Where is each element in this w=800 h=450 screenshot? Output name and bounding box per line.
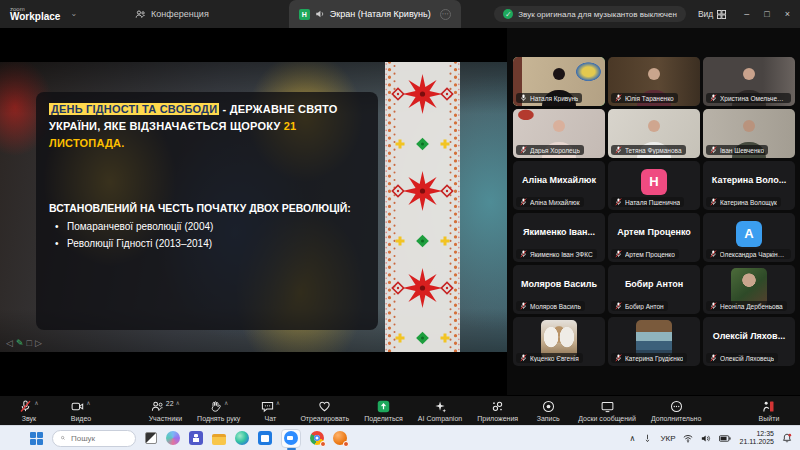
date-display: 21.11.2025 (739, 438, 774, 446)
search-input[interactable] (69, 433, 127, 444)
zoom-app-active-icon[interactable] (281, 429, 301, 448)
tab-conference[interactable]: Конференция (125, 0, 219, 28)
file-explorer-icon[interactable] (212, 434, 226, 445)
slide-bullet-list: Помаранчевої революції (2004) Революції … (55, 221, 365, 249)
raise-hand-chevron[interactable]: ∧ (224, 400, 228, 406)
participant-label: Катерина Грудієнко (611, 353, 687, 363)
notification-badge (320, 441, 326, 447)
chat-button[interactable]: ∧ Чат (255, 400, 285, 422)
ai-companion-button[interactable]: AI Companion (418, 400, 462, 422)
clock[interactable]: 12:35 21.11.2025 (739, 430, 774, 447)
teams-icon[interactable] (189, 431, 203, 445)
tab-conference-label: Конференция (151, 9, 209, 19)
participant-label: Артем Проценко (611, 249, 679, 259)
slide-heading: ВСТАНОВЛЕНИЙ НА ЧЕСТЬ ПОЧАТКУ ДВОХ РЕВОЛ… (49, 202, 365, 214)
mic-muted-icon (710, 198, 717, 206)
video-button[interactable]: ∧ Видео (66, 400, 96, 422)
whiteboards-button[interactable]: Доски сообщений (578, 400, 636, 422)
copilot-icon[interactable] (166, 431, 180, 445)
participants-count: 22 (166, 400, 174, 407)
tab-screen-share[interactable]: Н Экран (Наталя Кривунь) ⋯ (289, 0, 461, 28)
original-sound-status[interactable]: ✓ Звук оригинала для музыкантов выключен (494, 6, 686, 22)
participant-tile[interactable]: Катерина Грудієнко (608, 317, 700, 366)
share-screen-button[interactable]: Поделиться (364, 400, 403, 422)
video-options-chevron[interactable]: ∧ (86, 400, 90, 406)
participant-tile[interactable]: Дарья Хоролець (513, 109, 605, 158)
participant-tile[interactable]: Куценко Євгенія (513, 317, 605, 366)
taskbar-search[interactable] (52, 430, 136, 447)
slide-menu-icon[interactable]: □ (26, 338, 31, 348)
mic-muted-icon (615, 302, 622, 310)
slide-text-panel: ДЕНЬ ГІДНОСТІ ТА СВОБОДИ - ДЕРЖАВНЕ СВЯТ… (36, 92, 378, 330)
whiteboard-icon (601, 400, 614, 413)
audio-options-chevron[interactable]: ∧ (34, 400, 38, 406)
participant-name-large: Аліна Михайлюк (513, 161, 605, 198)
participant-tile[interactable]: Іван Шевченко (703, 109, 795, 158)
microsoft-store-icon[interactable] (258, 431, 272, 445)
view-button[interactable]: Вид (698, 9, 726, 19)
notification-bell-icon[interactable] (782, 433, 792, 443)
participant-tile[interactable]: Аліна МихайлюкАліна Михайлюк (513, 161, 605, 210)
presentation-slide: ДЕНЬ ГІДНОСТІ ТА СВОБОДИ - ДЕРЖАВНЕ СВЯТ… (0, 62, 507, 352)
participant-tile[interactable]: Христина Омельченко (703, 57, 795, 106)
more-button[interactable]: Дополнительно (651, 400, 701, 422)
mic-muted-icon (710, 146, 717, 154)
start-button[interactable] (30, 432, 43, 445)
record-button[interactable]: Запись (533, 400, 563, 422)
close-button[interactable]: × (785, 9, 790, 19)
participant-tile[interactable]: Бобир АнтонБобир Антон (608, 265, 700, 314)
host-initial-badge: Н (299, 9, 310, 20)
participants-chevron[interactable]: ∧ (176, 400, 180, 406)
browser-profile-icon[interactable] (333, 431, 347, 445)
participant-tile[interactable]: Катерина Воло...Катерина Волощук (703, 161, 795, 210)
maximize-button[interactable]: □ (764, 9, 769, 19)
participant-tile[interactable]: АОлександра Чаркіна 3Х (703, 213, 795, 262)
apps-button[interactable]: Приложения (477, 400, 518, 422)
pen-tool-icon[interactable]: ✎ (16, 338, 24, 348)
chrome-browser-icon[interactable] (310, 431, 324, 445)
participant-tile[interactable]: ННаталя Пшенична (608, 161, 700, 210)
zoom-workplace-logo[interactable]: zoom Workplace ⌄ (10, 6, 77, 22)
participant-tile[interactable]: Олексій Ляхов...Олексій Ляховець (703, 317, 795, 366)
slideshow-controls: ◁ ✎ □ ▷ (6, 338, 42, 348)
battery-icon[interactable] (719, 435, 731, 442)
prev-slide-icon[interactable]: ◁ (6, 338, 13, 348)
participant-tile[interactable]: Артем ПроценкоАртем Проценко (608, 213, 700, 262)
participant-tile[interactable]: Неоніла Дербеньова (703, 265, 795, 314)
chat-chevron[interactable]: ∧ (276, 400, 280, 406)
tab-options-icon[interactable]: ⋯ (440, 9, 451, 20)
participant-tile[interactable]: Наталя Кривунь (513, 57, 605, 106)
participant-label: Катерина Волощук (706, 197, 781, 207)
raise-hand-button[interactable]: ∧ Поднять руку (197, 400, 240, 422)
windows-taskbar: ∧ УКР 12:35 21.11.2025 (0, 425, 800, 450)
pen-input-icon[interactable] (643, 434, 652, 443)
participant-label: Наталя Кривунь (516, 93, 582, 103)
react-button[interactable]: Отреагировать (300, 400, 349, 422)
volume-icon[interactable] (701, 434, 711, 443)
mute-button[interactable]: ∧ Звук (14, 400, 44, 422)
participant-tile[interactable]: Моляров ВасильМоляров Василь (513, 265, 605, 314)
participant-tile[interactable]: Юлія Тараненко (608, 57, 700, 106)
apps-icon (491, 400, 504, 413)
minimize-button[interactable]: – (744, 9, 749, 19)
chevron-down-icon[interactable]: ⌄ (70, 10, 77, 18)
participant-name-large: Якименко Іван... (513, 213, 605, 250)
tray-chevron-icon[interactable]: ∧ (630, 434, 636, 443)
participant-name-large: Катерина Воло... (703, 161, 795, 198)
mic-muted-icon (615, 146, 622, 154)
language-indicator[interactable]: УКР (660, 434, 675, 443)
participants-button[interactable]: 22 ∧ Участники (149, 400, 182, 422)
participant-photo (541, 320, 577, 358)
participant-tile[interactable]: Якименко Іван...Якименко Іван ЗФКС (513, 213, 605, 262)
next-slide-icon[interactable]: ▷ (35, 338, 42, 348)
share-screen-icon (377, 400, 390, 413)
task-view-icon[interactable] (145, 432, 157, 444)
leave-meeting-button[interactable]: Выйти (754, 400, 784, 422)
participant-name-large: Артем Проценко (608, 213, 700, 250)
wifi-icon[interactable] (683, 434, 693, 443)
participant-tile[interactable]: Тетяна Фурманова (608, 109, 700, 158)
edge-browser-icon[interactable] (235, 431, 249, 445)
mic-muted-icon (520, 302, 527, 310)
check-shield-icon: ✓ (503, 9, 513, 19)
participant-label: Іван Шевченко (706, 145, 768, 155)
